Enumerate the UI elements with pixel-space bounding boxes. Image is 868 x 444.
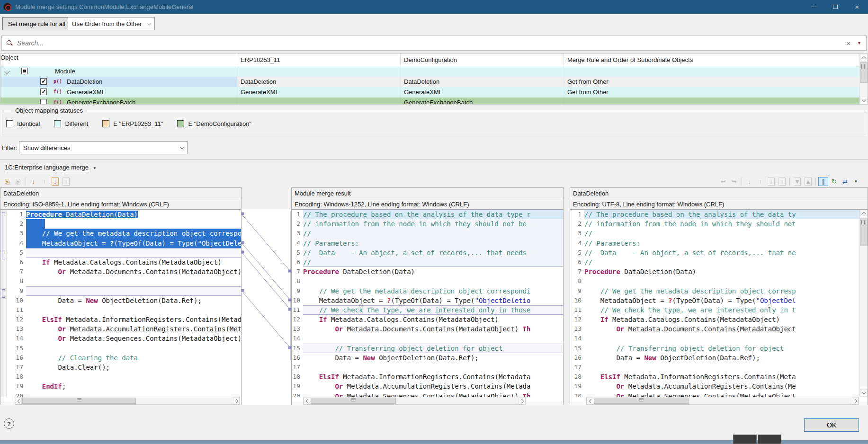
code-line[interactable]: 6// <box>570 258 859 267</box>
vertical-scrollbar[interactable] <box>859 210 868 397</box>
code-line[interactable]: 13 Or Metadata.Documents.Contains(Metada… <box>570 324 859 334</box>
close-button[interactable]: × <box>846 0 868 14</box>
module-checkbox[interactable] <box>21 68 28 74</box>
code-line[interactable]: 9 // We get the metadata description obj… <box>570 286 859 296</box>
code-line[interactable]: 3 // We get the metadata description obj… <box>7 229 241 238</box>
scroll-left-button[interactable] <box>304 397 310 404</box>
set-merge-rule-button[interactable]: Set merge rule for all <box>2 17 71 30</box>
code-line[interactable]: 17 <box>292 363 563 372</box>
next-difference-file-icon[interactable]: ↓ <box>50 177 60 186</box>
previous-place-icon[interactable]: ↩ <box>718 177 728 186</box>
synchronous-scrolling-icon[interactable]: ∥ <box>818 177 828 186</box>
toolbar-menu-caret[interactable]: ▼ <box>851 177 861 186</box>
previous-difference-disabled-icon[interactable]: ↑ <box>755 177 765 186</box>
code-editor-result[interactable]: 1// The procedure based on the analysis … <box>292 210 563 397</box>
pane-splitter[interactable] <box>564 187 570 405</box>
code-line[interactable]: 13 Or Metadata.Documents.Contains(Metada… <box>292 324 563 334</box>
code-line[interactable]: 1// The procedure based on the analysis … <box>570 210 859 219</box>
tree-row[interactable]: f()GenerateExchangeBatchGenerateExchange… <box>0 98 868 105</box>
copy-other-to-result-icon[interactable]: ⎘ <box>13 177 23 186</box>
code-line[interactable]: 1Procedure DataDeletion(Data) <box>7 210 241 219</box>
merge-rule-dropdown[interactable]: Use Order from the Other <box>68 17 155 30</box>
scrollbar-thumb[interactable] <box>22 398 136 404</box>
code-line[interactable]: 2 <box>7 219 241 229</box>
code-line[interactable]: 12 ElsIf Metadata.InformationRegisters.C… <box>7 315 241 324</box>
code-line[interactable]: 4 MetadataObject = ?(TypeOf(Data) = Type… <box>7 239 241 248</box>
code-line[interactable]: 19 Or Metadata.AccumulationRegisters.Con… <box>292 382 563 391</box>
next-difference-icon[interactable]: ↓ <box>28 177 38 186</box>
code-line[interactable]: 12 If Metadata.Catalogs.Contains(Metadat… <box>292 315 563 324</box>
next-difference-disabled-icon[interactable]: ↓ <box>744 177 754 186</box>
code-line[interactable]: 16 Data = New ObjectDeletion(Data.Ref); <box>570 353 859 363</box>
horizontal-scrollbar[interactable] <box>303 397 526 405</box>
code-line[interactable]: 11 // We check the type, we are interest… <box>570 305 859 315</box>
code-line[interactable]: 11 <box>7 305 241 315</box>
scrollbar-thumb[interactable] <box>594 398 689 404</box>
previous-difference-file-disabled-icon[interactable]: ↑ <box>777 177 787 186</box>
horizontal-scrollbar[interactable] <box>586 397 859 405</box>
code-line[interactable]: 10 MetadataObject = ?(TypeOf(Data) = Typ… <box>292 296 563 305</box>
tree-row[interactable]: Module <box>0 66 868 77</box>
next-difference-file-disabled-icon[interactable]: ↓ <box>766 177 776 186</box>
scroll-right-button[interactable] <box>233 397 240 404</box>
refresh-icon[interactable]: ↻ <box>829 177 839 186</box>
go-to-difference-icon[interactable]: ⇄ <box>840 177 850 186</box>
code-line[interactable]: 20 Or Metadata.Sequences.Contains(Metada… <box>292 391 563 397</box>
horizontal-scrollbar[interactable] <box>15 397 240 405</box>
code-line[interactable]: 14 <box>570 334 859 343</box>
code-line[interactable]: 15 // Transferring object deletion for o… <box>292 344 563 353</box>
code-line[interactable]: 10 Data = New ObjectDeletion(Data.Ref); <box>7 296 241 305</box>
code-line[interactable]: 17 Data.Clear(); <box>7 363 241 372</box>
object-checkbox[interactable] <box>40 89 47 95</box>
code-line[interactable]: 18 <box>7 372 241 382</box>
code-line[interactable]: 12 If Metadata.Catalogs.Contains(Metadat… <box>570 315 859 324</box>
next-place-icon[interactable]: ↪ <box>729 177 739 186</box>
tree-vertical-scrollbar[interactable] <box>859 54 868 104</box>
code-line[interactable]: 17 <box>570 363 859 372</box>
expand-chevron-icon[interactable] <box>5 69 10 74</box>
code-line[interactable]: 6 If Metadata.Catalogs.Contains(Metadata… <box>7 258 241 267</box>
scroll-right-button[interactable] <box>852 397 859 404</box>
code-line[interactable]: 10 MetadataObject = ?(TypeOf(Data) = Typ… <box>570 296 859 305</box>
tree-row[interactable]: f()GenerateXMLGenerateXMLGenerateXMLGet … <box>0 87 868 98</box>
object-checkbox[interactable] <box>40 78 47 85</box>
minimize-button[interactable] <box>803 0 824 14</box>
scroll-up-button[interactable] <box>860 210 868 217</box>
first-difference-icon[interactable]: ▲ <box>803 177 813 186</box>
scrollbar-thumb[interactable] <box>860 218 868 246</box>
scrollbar-thumb[interactable] <box>860 62 868 83</box>
code-line[interactable]: 2// information from the node in which t… <box>570 219 859 229</box>
code-line[interactable]: 19 Or Metadata.AccumulationRegisters.Con… <box>570 382 859 391</box>
code-line[interactable]: 19 EndIf; <box>7 382 241 391</box>
code-line[interactable]: 3// <box>570 229 859 238</box>
code-line[interactable]: 1// The procedure based on the analysis … <box>292 210 563 219</box>
last-difference-icon[interactable]: ▼ <box>792 177 802 186</box>
ok-button[interactable]: OK <box>804 418 859 432</box>
code-editor-source[interactable]: 1Procedure DataDeletion(Data)23 // We ge… <box>7 210 241 397</box>
code-line[interactable]: 7Procedure DataDeletion(Data) <box>292 267 563 276</box>
help-button[interactable]: ? <box>4 418 14 429</box>
code-line[interactable]: 18 ElsIf Metadata.InformationRegisters.C… <box>292 372 563 382</box>
code-line[interactable]: 5 <box>7 248 241 258</box>
code-line[interactable]: 13 Or Metadata.AccumulationRegisters.Con… <box>7 324 241 334</box>
code-line[interactable]: 4// Parameters: <box>292 239 563 248</box>
scroll-right-button[interactable] <box>519 397 525 404</box>
code-line[interactable]: 16 // Clearing the data <box>7 353 241 363</box>
code-line[interactable]: 15 <box>7 344 241 353</box>
code-line[interactable]: 16 Data = New ObjectDeletion(Data.Ref); <box>292 353 563 363</box>
code-line[interactable]: 7Procedure DataDeletion(Data) <box>570 267 859 276</box>
previous-difference-icon[interactable]: ↑ <box>39 177 49 186</box>
scroll-left-button[interactable] <box>15 397 22 404</box>
code-line[interactable]: 14 <box>292 334 563 343</box>
code-line[interactable]: 2// information from the node in which t… <box>292 219 563 229</box>
tree-row[interactable]: p()DataDeletionDataDeletionDataDeletionG… <box>0 77 868 87</box>
code-line[interactable]: 5// Data - An object, a set of records,.… <box>292 248 563 258</box>
object-checkbox[interactable] <box>40 99 47 105</box>
scroll-up-button[interactable] <box>860 54 868 62</box>
scroll-down-button[interactable] <box>860 389 868 397</box>
code-line[interactable]: 8 <box>570 276 859 286</box>
tab-enterprise-language-merge[interactable]: 1C:Enterprise language merge ▼ <box>5 164 97 172</box>
code-line[interactable]: 20 Or Metadata.Sequences.Contains(Metada… <box>570 391 859 397</box>
scrollbar-thumb[interactable] <box>311 398 396 404</box>
clear-search-icon[interactable]: × <box>846 39 850 47</box>
